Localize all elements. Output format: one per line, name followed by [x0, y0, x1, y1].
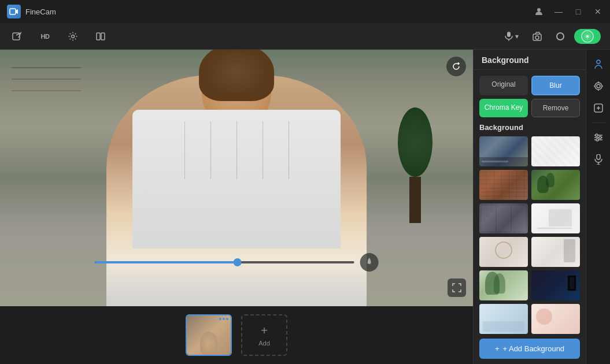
camera-feed — [0, 50, 473, 306]
bg-option-9[interactable] — [479, 270, 528, 300]
slider-fill — [95, 261, 238, 263]
export-icon[interactable] — [9, 28, 25, 44]
dot-2 — [223, 318, 225, 320]
microphone-button[interactable]: ▾ — [500, 29, 523, 43]
main-content: Camera 1 + Add Background Original Blur … — [0, 50, 610, 364]
plant-element — [392, 107, 438, 223]
toolbar-left: HD — [9, 28, 489, 44]
svg-point-4 — [72, 35, 75, 38]
record-dot — [556, 32, 564, 40]
bg-option-5[interactable] — [479, 203, 528, 233]
video-container — [0, 50, 473, 306]
dot-3 — [226, 318, 228, 320]
record-button[interactable] — [552, 28, 568, 44]
svg-point-2 — [537, 8, 541, 12]
adjustments-icon[interactable] — [589, 128, 608, 147]
original-mode-button[interactable]: Original — [479, 76, 528, 95]
slider-area — [95, 253, 379, 272]
svg-point-24 — [596, 134, 598, 136]
shelf-element — [12, 67, 81, 113]
bg-option-6[interactable] — [531, 203, 580, 233]
person-overlay — [106, 75, 367, 306]
water-icon[interactable] — [360, 253, 378, 272]
remove-mode-button[interactable]: Remove — [531, 99, 580, 117]
svg-point-10 — [535, 36, 539, 39]
video-area: Camera 1 + Add — [0, 50, 473, 364]
maximize-button[interactable]: □ — [573, 6, 583, 17]
camera-capture-button[interactable] — [529, 28, 546, 45]
fullscreen-button[interactable] — [448, 278, 466, 297]
settings-icon[interactable] — [65, 28, 81, 44]
mirror-icon[interactable] — [93, 28, 109, 44]
sidebar-divider — [591, 122, 605, 123]
app-logo — [7, 5, 21, 18]
bg-section-label: Background — [479, 123, 580, 132]
add-camera-button[interactable]: + Add — [241, 314, 287, 356]
bg-option-8[interactable] — [531, 237, 580, 267]
bg-option-3[interactable] — [479, 170, 528, 200]
bg-option-12[interactable] — [531, 304, 580, 334]
svg-point-13 — [597, 60, 600, 64]
bg-option-2[interactable] — [531, 136, 580, 166]
minimize-button[interactable]: — — [553, 6, 564, 17]
close-button[interactable]: ✕ — [593, 6, 603, 17]
add-camera-icon: + — [261, 324, 268, 337]
slider-thumb — [233, 258, 241, 266]
panel-header: Background — [474, 50, 586, 70]
bg-option-4[interactable] — [531, 170, 580, 200]
dot-1 — [219, 318, 221, 320]
background-grid — [479, 136, 580, 334]
thumb-menu[interactable] — [219, 318, 228, 320]
mode-buttons: Original Blur Chroma Key Remove — [479, 76, 580, 117]
add-camera-label: Add — [258, 340, 270, 347]
right-panel: Background Original Blur Chroma Key Remo… — [473, 50, 586, 364]
person-icon[interactable] — [589, 54, 608, 74]
svg-rect-27 — [597, 154, 600, 159]
bg-option-10[interactable] — [531, 270, 580, 300]
titlebar-controls: — □ ✕ — [534, 6, 603, 17]
add-bg-icon: + — [495, 344, 500, 353]
bg-option-7[interactable] — [479, 237, 528, 267]
blur-mode-button[interactable]: Blur — [531, 76, 580, 95]
live-button[interactable] — [574, 29, 601, 44]
profile-icon[interactable] — [534, 6, 544, 17]
chroma-key-mode-button[interactable]: Chroma Key — [479, 99, 528, 117]
svg-point-11 — [586, 35, 589, 38]
microphone-side-icon[interactable] — [589, 150, 608, 169]
add-bg-label: + Add Background — [502, 344, 564, 353]
blur-slider[interactable] — [95, 261, 354, 263]
toolbar: HD ▾ — [0, 23, 610, 50]
add-background-button[interactable]: + + Add Background — [479, 339, 580, 359]
camera-strip: Camera 1 + Add — [0, 306, 473, 364]
effects-icon[interactable] — [589, 76, 608, 96]
svg-rect-7 — [507, 32, 511, 37]
stickers-icon[interactable] — [589, 98, 608, 118]
hd-button[interactable]: HD — [37, 28, 53, 44]
toolbar-center: ▾ — [500, 28, 601, 45]
svg-point-26 — [596, 139, 598, 141]
titlebar-left: FineCam — [7, 5, 56, 18]
svg-rect-5 — [97, 33, 100, 40]
thumb-preview — [187, 315, 231, 347]
svg-rect-6 — [101, 33, 105, 40]
rotate-button[interactable] — [446, 57, 466, 76]
svg-point-14 — [595, 83, 602, 90]
panel-content: Original Blur Chroma Key Remove Backgrou… — [474, 70, 586, 364]
mic-dropdown-arrow: ▾ — [515, 32, 519, 40]
svg-point-25 — [599, 136, 601, 139]
far-right-sidebar — [586, 50, 610, 364]
app-title: FineCam — [25, 8, 56, 16]
camera-1-thumb[interactable]: Camera 1 — [186, 314, 232, 356]
svg-point-15 — [597, 84, 600, 88]
bg-option-11[interactable] — [479, 304, 528, 334]
svg-rect-0 — [10, 9, 16, 14]
titlebar: FineCam — □ ✕ — [0, 0, 610, 23]
bg-option-1[interactable] — [479, 136, 528, 166]
